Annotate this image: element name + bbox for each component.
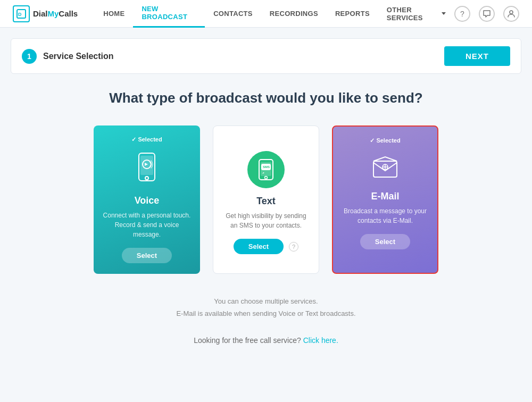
email-title: E-Mail [342, 191, 429, 202]
step-title: Service Selection [43, 52, 114, 61]
chat-icon-button[interactable] [479, 6, 495, 22]
help-icon-button[interactable]: ? [454, 6, 470, 22]
voice-selected-badge: ✓ Selected [102, 136, 192, 143]
logo-icon: D [13, 5, 30, 22]
step-header: 1 Service Selection NEXT [11, 38, 521, 74]
text-desc: Get high visibility by sending an SMS to… [222, 211, 310, 230]
voice-select-button[interactable]: Select [122, 248, 172, 263]
service-cards: ✓ Selected Voice Connect with a persona [11, 125, 521, 274]
email-selected-badge: ✓ Selected [342, 137, 429, 144]
text-select-button[interactable]: Select [234, 239, 284, 254]
nav-home[interactable]: HOME [95, 0, 133, 28]
nav-reports[interactable]: REPORTS [327, 0, 378, 28]
voice-icon-wrapper [102, 150, 192, 188]
user-icon [507, 10, 516, 18]
email-select-button[interactable]: Select [360, 234, 410, 249]
text-title: Text [222, 196, 310, 207]
svg-text:SMS: SMS [263, 165, 270, 169]
nav-right-icons: ? [454, 6, 519, 22]
logo-text: DialMyCalls [33, 9, 78, 18]
free-call-link[interactable]: Click here. [303, 336, 338, 345]
page-title: What type of broadcast would you like to… [11, 90, 521, 106]
phone-speaker-icon [131, 150, 163, 188]
voice-desc: Connect with a personal touch. Record & … [102, 211, 192, 239]
user-icon-button[interactable] [503, 6, 519, 22]
chevron-down-icon [442, 12, 446, 15]
email-card[interactable]: ✓ Selected E-Mail Broadcast a message to… [332, 125, 438, 274]
svg-point-5 [145, 177, 148, 180]
text-card[interactable]: ✓ Selected SMS Text Get high visibility … [213, 125, 319, 274]
email-envelope-icon [369, 152, 401, 183]
main-content: 1 Service Selection NEXT What type of br… [0, 28, 532, 355]
text-icon-wrapper: SMS [247, 151, 285, 188]
nav-contacts[interactable]: CONTACTS [205, 0, 261, 28]
voice-card[interactable]: ✓ Selected Voice Connect with a persona [94, 125, 200, 274]
info-section: You can choose multiple services. E-Mail… [11, 295, 521, 320]
step-number: 1 [22, 49, 37, 64]
svg-point-2 [510, 11, 513, 14]
nav-new-broadcast[interactable]: NEW BROADCAST [133, 0, 205, 28]
free-call-text: Looking for the free call service? [194, 336, 301, 345]
chat-icon [483, 10, 491, 18]
nav-recordings[interactable]: RECORDINGS [261, 0, 327, 28]
info-line-2: E-Mail is available when sending Voice o… [11, 307, 521, 320]
text-help-icon[interactable]: ? [289, 242, 298, 252]
sms-icon: SMS [253, 156, 279, 183]
logo[interactable]: D DialMyCalls [13, 5, 78, 22]
nav-links: HOME NEW BROADCAST CONTACTS RECORDINGS R… [95, 0, 454, 28]
voice-title: Voice [102, 195, 192, 206]
navbar: D DialMyCalls HOME NEW BROADCAST CONTACT… [0, 0, 532, 28]
info-line-1: You can choose multiple services. [11, 295, 521, 307]
question-mark-icon: ? [460, 10, 464, 18]
next-button[interactable]: NEXT [444, 46, 510, 66]
email-desc: Broadcast a message to your contacts via… [342, 206, 429, 225]
step-badge: 1 Service Selection [22, 49, 114, 64]
svg-point-10 [265, 177, 268, 179]
free-call-section: Looking for the free call service? Click… [11, 336, 521, 345]
email-icon-wrapper [342, 152, 429, 183]
svg-text:D: D [18, 12, 22, 17]
nav-other-services[interactable]: OTHER SERVICES [378, 0, 454, 28]
